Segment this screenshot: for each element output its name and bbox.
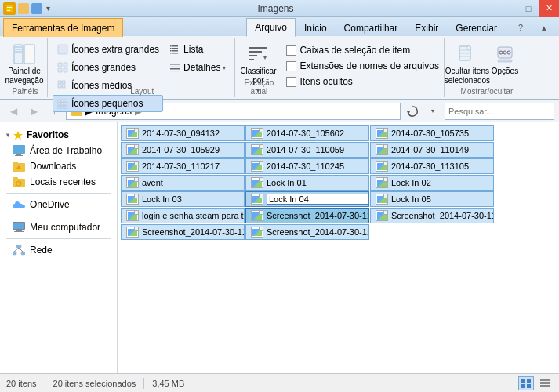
detalhes-label: Detalhes <box>183 62 220 73</box>
detalhes-arrow: ▾ <box>223 64 226 71</box>
ocultar-itens-button[interactable]: Ocultar itensselecionados <box>449 41 485 88</box>
file-item[interactable]: 2014-07-30_105602 <box>245 125 369 141</box>
tab-exibir[interactable]: Exibir <box>406 18 447 37</box>
sidebar-item-network[interactable]: Rede <box>0 242 117 258</box>
svg-rect-64 <box>13 162 18 164</box>
svg-rect-74 <box>14 231 24 232</box>
file-item[interactable]: Lock In 03 <box>121 191 245 207</box>
lista-button[interactable]: Lista <box>165 41 230 58</box>
view-details-button[interactable] <box>537 376 553 390</box>
file-icon-lockin05 <box>376 194 388 205</box>
file-grid: 2014-07-30_094132 2014-07-30_105602 2014… <box>121 125 556 240</box>
dropdown-arrow-button[interactable]: ▾ <box>424 103 441 120</box>
file-item[interactable]: Screenshot_2014-07-30-11-15-29 <box>245 224 369 240</box>
maximize-button[interactable]: □ <box>518 0 539 17</box>
file-name: Lock In 01 <box>267 178 307 187</box>
search-input[interactable] <box>448 107 557 116</box>
file-item[interactable]: Lock In 01 <box>245 175 369 191</box>
desktop-icon <box>13 145 25 156</box>
file-item-renaming[interactable] <box>245 191 369 207</box>
checkbox-itens-ocultos[interactable]: Itens ocultos <box>286 75 438 88</box>
file-name: Lock In 05 <box>391 194 431 204</box>
sidebar-label-network: Rede <box>30 245 53 256</box>
svg-rect-50 <box>498 60 512 62</box>
file-item[interactable]: 2014-07-30_094132 <box>121 125 245 141</box>
group-label-layout: Layout <box>49 87 234 96</box>
favoritos-label: Favoritos <box>27 129 69 140</box>
icones-grandes-button[interactable]: Ícones grandes <box>53 59 163 76</box>
icones-pequenos-label: Ícones pequenos <box>71 98 143 109</box>
file-item[interactable]: 2014-07-30_105735 <box>370 125 494 141</box>
view-icons-button[interactable] <box>518 376 534 390</box>
tab-gerenciar[interactable]: Gerenciar <box>447 18 506 37</box>
sidebar-item-computer[interactable]: Meu computador <box>0 220 117 235</box>
sidebar-section-network: Rede <box>0 242 117 258</box>
ribbon-group-ocultar: Ocultar itensselecionados Opções Mostrar… <box>446 38 528 97</box>
tab-tools[interactable]: Ferramentas de Imagem <box>3 18 123 37</box>
tab-inicio[interactable]: Início <box>296 18 336 37</box>
file-icon-lockin03 <box>126 194 139 205</box>
sidebar-item-recent[interactable]: Locais recentes <box>0 174 117 190</box>
sidebar-item-desktop[interactable]: Área de Trabalho <box>0 143 117 158</box>
minimize-button[interactable]: − <box>498 0 518 17</box>
onedrive-icon <box>13 200 25 209</box>
icones-grandes-label: Ícones grandes <box>71 62 136 73</box>
file-name: Screenshot_2014-07-30-11-05-38 <box>267 211 369 220</box>
file-item[interactable]: avent <box>121 175 245 191</box>
tab-compartilhar[interactable]: Compartilhar <box>336 18 407 37</box>
file-item[interactable]: 2014-07-30_110245 <box>245 158 369 174</box>
file-item[interactable]: Screenshot_2014-07-30-11-14-34 <box>121 224 245 240</box>
sidebar-item-onedrive[interactable]: OneDrive <box>0 197 117 212</box>
close-button[interactable]: ✕ <box>539 0 559 17</box>
file-name: 2014-07-30_110149 <box>391 145 469 154</box>
checkbox-caixas-selecao[interactable]: Caixas de seleção de item <box>286 44 438 56</box>
itens-ocultos-checkbox[interactable] <box>286 77 296 87</box>
ocultar-itens-label: Ocultar itensselecionados <box>445 67 490 85</box>
ribbon-help-button[interactable]: ? <box>510 19 531 36</box>
file-name: 2014-07-30_105929 <box>142 145 220 154</box>
svg-marker-59 <box>13 131 23 140</box>
file-item[interactable]: 2014-07-30_113105 <box>370 158 494 174</box>
file-item[interactable]: 2014-07-30_110059 <box>245 142 369 158</box>
file-name: login e senha steam para testes <box>142 211 245 220</box>
file-item[interactable]: Lock In 02 <box>370 175 494 191</box>
extensoes-checkbox[interactable] <box>286 61 296 71</box>
file-item[interactable]: 2014-07-30_110217 <box>121 158 245 174</box>
rename-input[interactable] <box>267 194 368 205</box>
file-item[interactable]: Screenshot_2014-07-30-11-05-47 <box>370 208 494 223</box>
ribbon: Painel denavegação ▾ Painéis Ícones extr… <box>0 36 559 100</box>
file-item[interactable]: 2014-07-30_110149 <box>370 142 494 158</box>
svg-rect-5 <box>24 45 34 64</box>
file-item[interactable]: login e senha steam para testes <box>121 208 245 223</box>
quick-access-dropdown[interactable]: ▾ <box>46 4 50 13</box>
opcoes-button[interactable]: Opções <box>487 41 523 78</box>
icones-extra-grandes-button[interactable]: Ícones extra grandes <box>53 41 163 58</box>
caixas-selecao-checkbox[interactable] <box>286 45 296 56</box>
tab-arquivo[interactable]: Arquivo <box>246 18 296 37</box>
file-icon-ss4 <box>251 227 263 238</box>
svg-rect-9 <box>58 45 67 54</box>
lista-icon <box>169 43 181 56</box>
svg-rect-3 <box>7 10 10 11</box>
search-box[interactable] <box>445 103 554 120</box>
file-name: 2014-07-30_105602 <box>267 129 344 138</box>
svg-rect-2 <box>7 9 12 9</box>
title-bar: ▾ Imagens − □ ✕ <box>0 0 559 17</box>
svg-line-78 <box>14 248 19 252</box>
file-icon-ss1 <box>251 210 263 221</box>
sidebar-item-downloads[interactable]: Downloads <box>0 158 117 174</box>
sidebar-header-favoritos[interactable]: ▾ Favoritos <box>0 127 117 143</box>
ribbon-group-layout: Ícones extra grandes Ícones grandes Ícon… <box>49 38 235 97</box>
svg-rect-31 <box>170 45 172 47</box>
file-item[interactable]: Lock In 05 <box>370 191 494 207</box>
checkbox-extensoes[interactable]: Extensões de nomes de arquivos <box>286 60 438 72</box>
ribbon-collapse-button[interactable]: ▴ <box>534 19 554 36</box>
file-item[interactable]: 2014-07-30_105929 <box>121 142 245 158</box>
refresh-button[interactable] <box>404 103 421 120</box>
detalhes-button[interactable]: Detalhes ▾ <box>165 59 230 76</box>
file-item-screenshot-active[interactable]: Screenshot_2014-07-30-11-05-38 <box>245 208 369 223</box>
icones-pequenos-button[interactable]: Ícones pequenos <box>53 95 163 112</box>
svg-rect-28 <box>172 48 178 49</box>
svg-rect-32 <box>170 48 172 49</box>
svg-rect-6 <box>15 46 22 48</box>
